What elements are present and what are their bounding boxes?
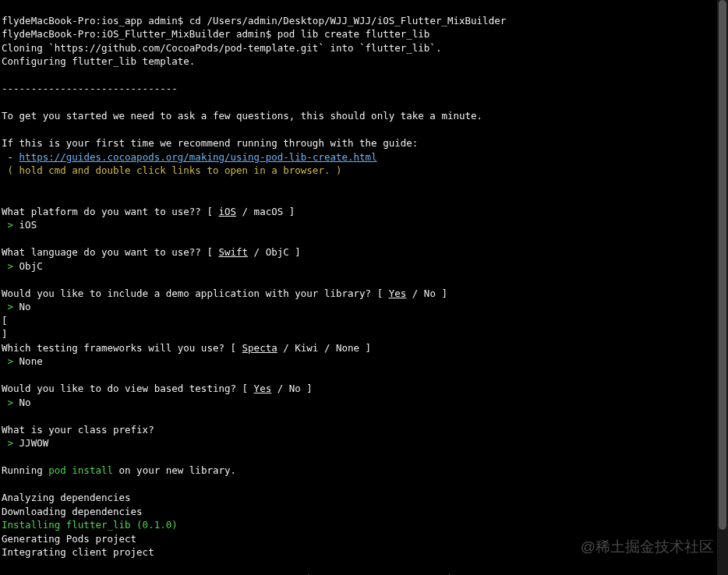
out-integrating: Integrating client project xyxy=(2,546,154,558)
q-demo-post: / No ] xyxy=(406,288,447,299)
q-test-opt: Specta xyxy=(242,342,277,354)
answer-marker: > xyxy=(2,397,13,408)
q-platform-opt: iOS xyxy=(218,206,236,217)
q-viewtest-post: / No ] xyxy=(271,383,313,394)
q-test-pre: Which testing frameworks will you use? [ xyxy=(2,342,242,354)
scrollbar-thumb[interactable] xyxy=(719,0,726,530)
out-configuring: Configuring flutter_lib template. xyxy=(2,55,195,67)
q-platform-post: / macOS ] xyxy=(236,206,295,217)
q-language-post: / ObjC ] xyxy=(248,246,301,258)
out-holdcmd: ( hold cmd and double click links to ope… xyxy=(2,164,342,176)
out-getstarted: To get you started we need to ask a few … xyxy=(2,110,482,122)
q-prefix: What is your class prefix? xyxy=(2,424,154,436)
q-viewtest-opt: Yes xyxy=(254,383,272,394)
cmd-cd: cd /Users/admin/Desktop/WJJ_WJJ/iOS_Flut… xyxy=(189,15,506,26)
a-demo: No xyxy=(13,301,31,312)
run-pre: Running xyxy=(2,464,48,476)
scrollbar-track[interactable] xyxy=(717,0,728,575)
a-viewtest: No xyxy=(13,397,31,408)
guide-link[interactable]: https://guides.cocoapods.org/making/usin… xyxy=(19,151,377,163)
divider-dash: ------------------------------ xyxy=(2,83,178,94)
out-analyzing: Analyzing dependencies xyxy=(2,492,131,503)
a-platform: iOS xyxy=(13,219,37,231)
q-demo-opt: Yes xyxy=(389,288,407,299)
q-language-opt: Swift xyxy=(218,246,248,258)
q-language-pre: What language do you want to use?? [ xyxy=(2,246,218,258)
q-platform-pre: What platform do you want to use?? [ xyxy=(2,206,218,217)
answer-marker: > xyxy=(2,219,13,231)
prompt-1: flydeMacBook-Pro:ios_app admin$ xyxy=(2,15,189,26)
answer-marker: > xyxy=(2,260,13,272)
q-demo-pre: Would you like to include a demo applica… xyxy=(2,288,389,299)
cmd-podlib: pod lib create flutter_lib xyxy=(277,28,430,40)
out-installing: Installing flutter_lib (0.1.0) xyxy=(2,519,178,531)
answer-marker: > xyxy=(2,301,13,312)
terminal-output[interactable]: flydeMacBook-Pro:ios_app admin$ cd /User… xyxy=(0,0,728,575)
q-viewtest-pre: Would you like to do view based testing?… xyxy=(2,383,254,394)
a-prefix: JJWOW xyxy=(13,437,48,449)
a-language: ObjC xyxy=(13,260,43,272)
out-generating: Generating Pods project xyxy=(2,533,136,545)
out-firsttime: If this is your first time we recommend … xyxy=(2,137,424,149)
q-test-post: / Kiwi / None ] xyxy=(277,342,371,354)
run-cmd: pod install xyxy=(48,464,113,476)
out-downloading: Downloading dependencies xyxy=(2,506,143,517)
prompt-2: flydeMacBook-Pro:iOS_Flutter_MixBuilder … xyxy=(2,28,277,40)
a-test: None xyxy=(13,355,43,367)
out-dash: - xyxy=(2,151,19,163)
answer-marker: > xyxy=(2,355,13,367)
answer-marker: > xyxy=(2,437,13,449)
run-post: on your new library. xyxy=(113,464,236,476)
out-cloning: Cloning `https://github.com/CocoaPods/po… xyxy=(2,42,441,54)
